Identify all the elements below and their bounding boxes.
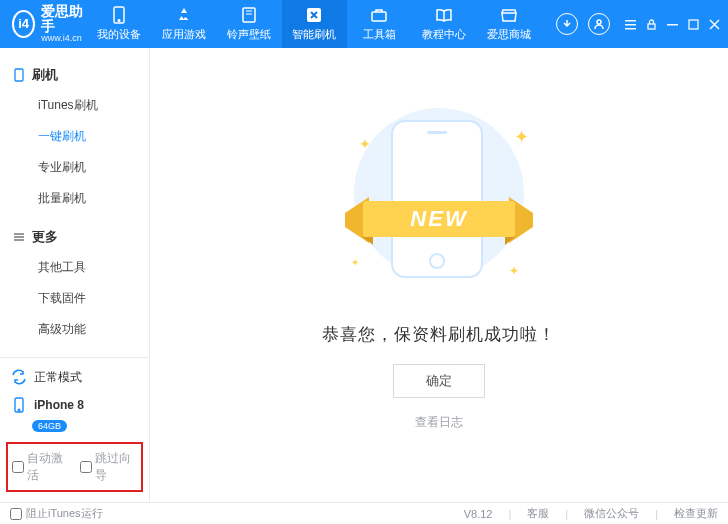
phone-small-icon <box>12 68 26 82</box>
svg-rect-9 <box>648 24 655 29</box>
sidebar-item-other-tools[interactable]: 其他工具 <box>0 252 149 283</box>
sidebar-item-batch-flash[interactable]: 批量刷机 <box>0 183 149 214</box>
sync-icon <box>10 368 28 386</box>
lock-icon[interactable] <box>645 18 658 31</box>
svg-rect-8 <box>625 28 636 30</box>
skip-wizard-checkbox[interactable]: 跳过向导 <box>80 450 138 484</box>
more-icon <box>12 231 26 243</box>
apps-icon <box>175 6 193 24</box>
ok-button[interactable]: 确定 <box>393 364 485 398</box>
svg-rect-12 <box>15 69 23 81</box>
book-icon <box>435 6 453 24</box>
svg-point-5 <box>597 20 601 24</box>
user-button[interactable] <box>588 13 610 35</box>
sidebar-item-download-firmware[interactable]: 下载固件 <box>0 283 149 314</box>
close-button[interactable] <box>708 18 721 31</box>
nav-tutorial[interactable]: 教程中心 <box>412 0 477 48</box>
flash-icon <box>305 6 323 24</box>
svg-rect-11 <box>689 20 698 29</box>
nav-toolbox[interactable]: 工具箱 <box>347 0 412 48</box>
music-icon <box>240 6 258 24</box>
shop-icon <box>500 6 518 24</box>
nav-my-device[interactable]: 我的设备 <box>87 0 152 48</box>
download-button[interactable] <box>556 13 578 35</box>
brand-name: 爱思助手 <box>41 4 86 35</box>
svg-rect-4 <box>372 12 386 21</box>
sidebar-section-flash: 刷机 <box>0 58 149 90</box>
highlighted-options: 自动激活 跳过向导 <box>6 442 143 492</box>
sidebar-item-onekey-flash[interactable]: 一键刷机 <box>0 121 149 152</box>
storage-badge: 64GB <box>32 420 67 432</box>
success-illustration: ✦✦✦✦ NEW <box>329 108 549 298</box>
nav-mall[interactable]: 爱思商城 <box>477 0 542 48</box>
sidebar-item-pro-flash[interactable]: 专业刷机 <box>0 152 149 183</box>
wechat-link[interactable]: 微信公众号 <box>584 506 639 521</box>
nav-flash[interactable]: 智能刷机 <box>282 0 347 48</box>
support-link[interactable]: 客服 <box>527 506 549 521</box>
menu-icon[interactable] <box>624 18 637 31</box>
maximize-button[interactable] <box>687 18 700 31</box>
device-mode: 正常模式 <box>8 364 141 394</box>
svg-rect-7 <box>625 24 636 26</box>
svg-point-1 <box>118 20 120 22</box>
new-badge-text: NEW <box>329 206 549 232</box>
sidebar-section-more: 更多 <box>0 220 149 252</box>
prevent-itunes-checkbox[interactable]: 阻止iTunes运行 <box>10 506 103 521</box>
svg-rect-10 <box>667 24 678 26</box>
nav-ringtone[interactable]: 铃声壁纸 <box>217 0 282 48</box>
device-phone-icon <box>10 396 28 414</box>
logo-icon: i4 <box>12 10 35 38</box>
version-label: V8.12 <box>464 508 493 520</box>
sidebar-item-itunes-flash[interactable]: iTunes刷机 <box>0 90 149 121</box>
sidebar-item-advanced[interactable]: 高级功能 <box>0 314 149 345</box>
success-message: 恭喜您，保资料刷机成功啦！ <box>322 323 556 346</box>
svg-point-14 <box>18 409 20 411</box>
svg-rect-6 <box>625 20 636 22</box>
device-name: iPhone 8 <box>8 394 141 418</box>
phone-icon <box>110 6 128 24</box>
svg-rect-2 <box>243 8 255 22</box>
check-update-link[interactable]: 检查更新 <box>674 506 718 521</box>
auto-activate-checkbox[interactable]: 自动激活 <box>12 450 70 484</box>
app-logo: i4 爱思助手 www.i4.cn <box>0 4 87 45</box>
brand-site: www.i4.cn <box>41 34 86 44</box>
minimize-button[interactable] <box>666 18 679 31</box>
view-log-link[interactable]: 查看日志 <box>415 414 463 431</box>
nav-apps[interactable]: 应用游戏 <box>152 0 217 48</box>
toolbox-icon <box>370 6 388 24</box>
